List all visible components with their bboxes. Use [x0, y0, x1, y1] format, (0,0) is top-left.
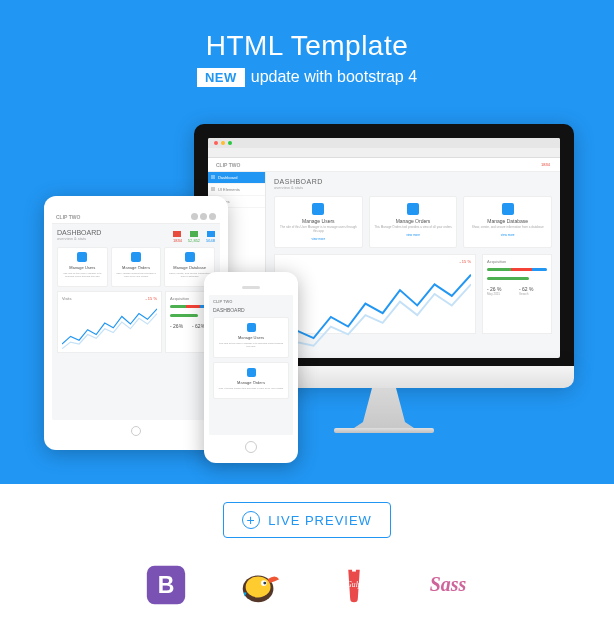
- acquisition-panel: Acquisition - 26 %May 2015 - 62 %Search: [482, 254, 552, 334]
- app-topbar: CLIP TWO 1834: [208, 158, 560, 172]
- card-manage-orders[interactable]: Manage OrdersThis Manage Orders tool pro…: [213, 362, 289, 399]
- svg-rect-7: [352, 566, 356, 572]
- home-button-icon: [131, 426, 141, 436]
- avatar-icon: [200, 213, 207, 220]
- header-stat: 1834: [541, 162, 550, 167]
- browser-tabbar: [208, 148, 560, 158]
- live-preview-label: LIVE PREVIEW: [268, 513, 372, 528]
- page-title: DASHBOARD: [57, 229, 101, 236]
- card-manage-users[interactable]: Manage UsersThe role of this User Manage…: [213, 317, 289, 358]
- page-title: DASHBOARD: [274, 178, 552, 185]
- hero-title: HTML Template: [0, 0, 614, 62]
- svg-text:Gulp: Gulp: [346, 580, 361, 589]
- live-preview-row: + LIVE PREVIEW: [0, 484, 614, 548]
- stat-icon: [173, 231, 181, 237]
- page-subtitle: overview & stats: [274, 185, 552, 190]
- users-icon: [312, 203, 324, 215]
- live-preview-button[interactable]: + LIVE PREVIEW: [223, 502, 391, 538]
- database-icon: [502, 203, 514, 215]
- device-mockups: CLIP TWO 1834 Dashboard UI Elements Tabl…: [0, 104, 614, 484]
- tech-logos-row: B Gulp Sass: [0, 548, 614, 622]
- hero-banner: HTML Template NEWupdate with bootstrap 4…: [0, 0, 614, 484]
- sidebar-item-ui-elements[interactable]: UI Elements: [208, 184, 265, 196]
- orders-icon: [131, 252, 141, 262]
- card-manage-orders[interactable]: Manage OrdersThis Manage Orders tool pro…: [111, 247, 162, 287]
- avatar-icon: [191, 213, 198, 220]
- sidebar-item-dashboard[interactable]: Dashboard: [208, 172, 265, 184]
- orders-icon: [247, 368, 256, 377]
- database-icon: [185, 252, 195, 262]
- bower-logo-icon: [237, 562, 283, 608]
- window-titlebar: [208, 138, 560, 148]
- card-manage-orders[interactable]: Manage Orders This Manage Orders tool pr…: [369, 196, 458, 248]
- visits-chart: - 15 %: [274, 254, 476, 334]
- brand-label: CLIP TWO: [213, 299, 289, 304]
- gulp-logo-icon: Gulp: [331, 562, 377, 608]
- maximize-icon: [228, 141, 232, 145]
- visits-chart: Visits- 15 %: [57, 291, 162, 353]
- sass-logo-icon: Sass: [425, 562, 471, 608]
- users-icon: [247, 323, 256, 332]
- stat-icon: [190, 231, 198, 237]
- close-icon: [214, 141, 218, 145]
- svg-point-3: [246, 576, 271, 597]
- svg-point-5: [263, 582, 266, 585]
- minimize-icon: [221, 141, 225, 145]
- line-chart-icon: [279, 269, 471, 358]
- page-title: DASHBOARD: [213, 307, 289, 313]
- new-badge: NEW: [197, 68, 245, 87]
- users-icon: [77, 252, 87, 262]
- brand-label: CLIP TWO: [56, 214, 80, 220]
- speaker-icon: [242, 286, 260, 289]
- card-manage-users[interactable]: Manage Users The role of this User Manag…: [274, 196, 363, 248]
- stat-icon: [207, 231, 215, 237]
- progress-bar: [487, 277, 529, 280]
- svg-text:B: B: [158, 572, 175, 598]
- card-manage-users[interactable]: Manage UsersThe role of this User Manage…: [57, 247, 108, 287]
- ipad-mockup: CLIP TWO DASHBOARD overview & stats: [44, 196, 228, 450]
- iphone-mockup: CLIP TWO DASHBOARD Manage UsersThe role …: [204, 272, 298, 463]
- user-avatars: [191, 213, 216, 220]
- brand-label: CLIP TWO: [212, 159, 244, 171]
- home-button-icon: [245, 441, 257, 453]
- card-manage-database[interactable]: Manage Database Show, create, and secure…: [463, 196, 552, 248]
- orders-icon: [407, 203, 419, 215]
- main-panel: DASHBOARD overview & stats Manage Users …: [266, 172, 560, 358]
- bootstrap-logo-icon: B: [143, 562, 189, 608]
- plus-circle-icon: +: [242, 511, 260, 529]
- svg-text:Sass: Sass: [430, 573, 467, 595]
- line-chart-icon: [62, 306, 157, 354]
- hero-subtitle: NEWupdate with bootstrap 4: [0, 68, 614, 87]
- avatar-icon: [209, 213, 216, 220]
- progress-bar: [487, 268, 547, 271]
- hero-subtitle-text: update with bootstrap 4: [251, 68, 417, 85]
